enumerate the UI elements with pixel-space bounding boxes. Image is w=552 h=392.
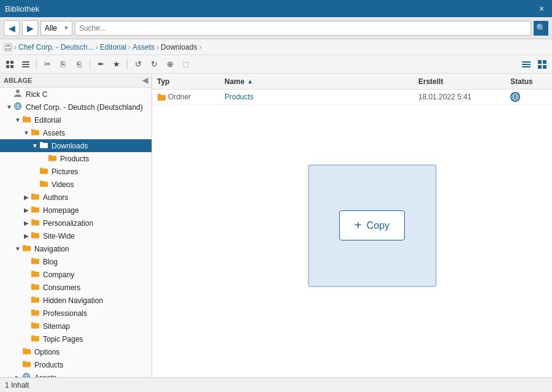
tree-item-label-editorial: Editorial xyxy=(34,116,61,125)
expand-arrow-assets-main[interactable]: ▶ xyxy=(13,374,22,377)
sidebar-item-products-main[interactable]: Products xyxy=(0,358,151,371)
forward-button[interactable]: ▶ xyxy=(22,20,38,36)
tree-item-label-products-sub: Products xyxy=(60,155,89,163)
folder-icon xyxy=(39,140,48,151)
tree-item-label-assets-main: Assets xyxy=(34,374,56,378)
toolbar-bookmark[interactable]: ★ xyxy=(109,57,124,72)
toolbar-more[interactable]: ⊕ xyxy=(163,57,177,72)
tree-item-label-rick: Rick C xyxy=(26,90,47,99)
svg-rect-2 xyxy=(6,48,7,50)
search-button[interactable]: 🔍 xyxy=(534,21,548,36)
breadcrumb-sep-2: › xyxy=(96,43,98,52)
svg-rect-16 xyxy=(538,65,542,69)
search-bar xyxy=(75,21,531,36)
sidebar-item-homepage[interactable]: ▶Homepage xyxy=(0,204,151,217)
sidebar-item-hidden-nav[interactable]: Hidden Navigation xyxy=(0,294,151,307)
toolbar-separator-2 xyxy=(90,59,90,70)
tree-item-label-homepage: Homepage xyxy=(43,206,79,215)
main-layout: Ablage ◀ Rick C▼Chef Corp. - Deutsch (De… xyxy=(0,74,552,377)
sidebar-item-authors[interactable]: ▶Authors xyxy=(0,191,151,204)
navbar: ◀ ▶ Alle ▼ 🔍 xyxy=(0,17,552,39)
table-row[interactable]: Ordner Products 18.01.2022 5:41 xyxy=(152,90,552,105)
grid-view-icon xyxy=(6,60,14,69)
sidebar-item-consumers[interactable]: Consumers xyxy=(0,281,151,294)
breadcrumb-home[interactable] xyxy=(4,43,12,52)
toolbar-separator-1 xyxy=(36,59,37,70)
toolbar-extra[interactable]: ◻ xyxy=(178,57,193,72)
sidebar-item-corp[interactable]: ▼Chef Corp. - Deutsch (Deutschland) xyxy=(0,101,151,113)
toolbar-separator-3 xyxy=(127,59,128,70)
breadcrumb-sep-5: › xyxy=(199,43,201,52)
expand-arrow-personalization[interactable]: ▶ xyxy=(22,220,31,226)
sidebar: Ablage ◀ Rick C▼Chef Corp. - Deutsch (De… xyxy=(0,74,152,377)
tree-item-label-hidden-nav: Hidden Navigation xyxy=(43,296,103,305)
toolbar-undo[interactable]: ↺ xyxy=(131,57,145,72)
sidebar-item-videos[interactable]: Videos xyxy=(0,178,151,191)
breadcrumb-assets[interactable]: Assets xyxy=(132,43,155,52)
sidebar-item-sitewide[interactable]: ▶Site-Wide xyxy=(0,229,151,242)
titlebar: Bibliothek × xyxy=(0,0,552,17)
folder-icon xyxy=(22,244,31,254)
expand-arrow-corp[interactable]: ▼ xyxy=(5,104,13,110)
sidebar-item-assets-main[interactable]: ▶Assets xyxy=(0,371,151,377)
breadcrumb-editorial[interactable]: Editorial xyxy=(100,43,126,52)
person-icon xyxy=(13,89,22,99)
sidebar-item-downloads[interactable]: ▼Downloads xyxy=(0,139,151,152)
copy-plus-icon: + xyxy=(355,218,362,233)
back-button[interactable]: ◀ xyxy=(4,20,20,36)
expand-arrow-authors[interactable]: ▶ xyxy=(22,194,31,201)
expand-arrow-homepage[interactable]: ▶ xyxy=(22,207,31,213)
toolbar-view-toggle[interactable] xyxy=(2,57,17,72)
search-input[interactable] xyxy=(79,24,527,33)
filter-dropdown-arrow[interactable]: ▼ xyxy=(61,25,72,31)
expand-arrow-sitewide[interactable]: ▶ xyxy=(22,233,31,239)
sidebar-header: Ablage ◀ xyxy=(0,74,151,88)
breadcrumb-downloads: Downloads xyxy=(161,43,197,52)
folder-icon xyxy=(22,347,31,357)
toolbar-paste[interactable]: ⎗ xyxy=(72,57,86,72)
sidebar-item-company[interactable]: Company xyxy=(0,268,151,281)
folder-icon xyxy=(31,205,39,215)
sidebar-item-products-sub[interactable]: Products xyxy=(0,152,151,165)
statusbar: 1 Inhalt xyxy=(0,377,552,392)
svg-rect-5 xyxy=(10,61,13,64)
sidebar-item-editorial[interactable]: ▼Editorial xyxy=(0,113,151,126)
tree-item-label-personalization: Personalization xyxy=(43,219,93,228)
tree-container: Rick C▼Chef Corp. - Deutsch (Deutschland… xyxy=(0,88,151,377)
expand-arrow-assets[interactable]: ▼ xyxy=(22,129,31,136)
list-view-button[interactable] xyxy=(519,57,534,72)
row-status xyxy=(510,92,547,102)
tree-item-label-topic-pages: Topic Pages xyxy=(43,335,83,344)
expand-arrow-navigation[interactable]: ▼ xyxy=(13,245,22,252)
sidebar-item-blog[interactable]: Blog xyxy=(0,255,151,268)
folder-icon xyxy=(22,115,31,125)
sidebar-item-pictures[interactable]: Pictures xyxy=(0,165,151,178)
toolbar-copy[interactable]: ⎘ xyxy=(56,57,71,72)
sidebar-item-rick[interactable]: Rick C xyxy=(0,88,151,101)
sidebar-item-options[interactable]: Options xyxy=(0,345,151,358)
toolbar-cut[interactable]: ✂ xyxy=(40,57,55,72)
sidebar-item-assets[interactable]: ▼Assets xyxy=(0,126,151,139)
copy-button[interactable]: + Copy xyxy=(339,210,405,240)
grid-view-button[interactable] xyxy=(535,57,550,72)
close-button[interactable]: × xyxy=(536,3,547,14)
copy-label: Copy xyxy=(367,220,389,231)
sidebar-item-sitemap[interactable]: Sitemap xyxy=(0,320,151,332)
col-erstellt-header: Erstellt xyxy=(418,77,510,86)
tree-item-label-authors: Authors xyxy=(43,193,68,202)
toolbar-list-view[interactable] xyxy=(18,57,33,72)
toolbar-edit[interactable]: ✒ xyxy=(93,57,108,72)
sidebar-item-navigation[interactable]: ▼Navigation xyxy=(0,242,151,255)
tree-item-label-downloads: Downloads xyxy=(52,142,88,150)
sidebar-item-topic-pages[interactable]: Topic Pages xyxy=(0,332,151,345)
expand-arrow-downloads[interactable]: ▼ xyxy=(31,142,39,149)
svg-rect-12 xyxy=(522,64,531,65)
sidebar-item-professionals[interactable]: Professionals xyxy=(0,307,151,320)
breadcrumb-corp[interactable]: Chef Corp. - Deutsch... xyxy=(18,43,94,52)
sidebar-collapse-button[interactable]: ◀ xyxy=(142,76,148,85)
expand-arrow-editorial[interactable]: ▼ xyxy=(13,117,22,123)
svg-rect-1 xyxy=(6,45,10,47)
name-sort-arrow[interactable]: ▲ xyxy=(247,78,253,85)
toolbar-redo[interactable]: ↻ xyxy=(147,57,161,72)
sidebar-item-personalization[interactable]: ▶Personalization xyxy=(0,217,151,229)
